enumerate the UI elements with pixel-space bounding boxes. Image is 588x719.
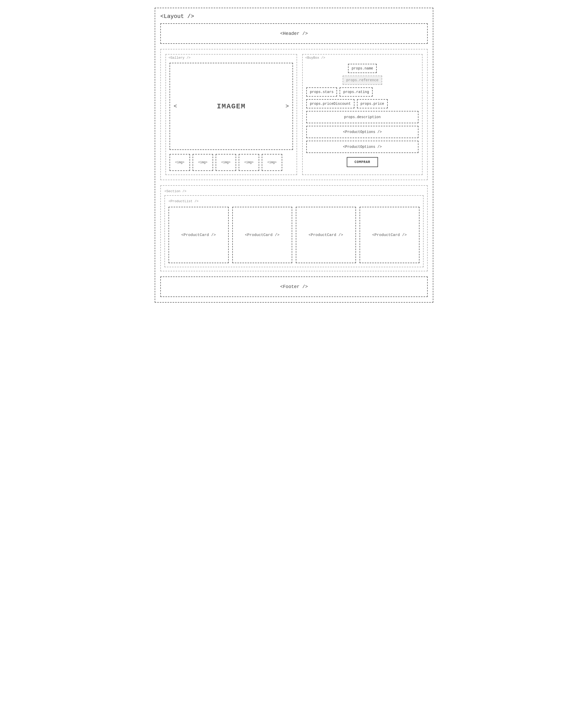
product-area: <Gallery /> < IMAGEM > <img> <img> <img>… <box>160 49 428 180</box>
thumbnail-4[interactable]: <img> <box>239 154 259 171</box>
buybox-reference: props.reference <box>343 76 382 85</box>
thumbnail-2[interactable]: <img> <box>193 154 213 171</box>
gallery-label: <Gallery /> <box>169 56 191 60</box>
buybox-inner: props.name props.reference props.stars p… <box>306 64 418 167</box>
gallery-arrow-left[interactable]: < <box>174 103 177 110</box>
header-section: <Header /> <box>160 23 428 44</box>
layout-container: <Layout /> <Header /> <Gallery /> < IMAG… <box>155 8 433 303</box>
buybox-stars-row: props.stars props.rating <box>306 87 418 97</box>
gallery-main-image: < IMAGEM > <box>170 63 293 150</box>
product-card-3[interactable]: <ProductCard /> <box>296 207 356 263</box>
layout-title: <Layout /> <box>160 13 428 20</box>
gallery-arrow-right[interactable]: > <box>286 103 289 110</box>
buybox-description: props.description <box>306 111 418 123</box>
product-card-2[interactable]: <ProductCard /> <box>232 207 292 263</box>
buybox-product-options-2: <ProductOptions /> <box>306 141 418 153</box>
section-label: <Section /> <box>164 189 424 193</box>
buybox-price-row: props.priceDiscount props.price <box>306 99 418 108</box>
product-list-label: <ProductList /> <box>169 199 419 203</box>
buybox-label: <BuyBox /> <box>305 56 325 60</box>
product-cards-row: <ProductCard /> <ProductCard /> <Product… <box>169 207 419 263</box>
buybox-section: <BuyBox /> props.name props.reference pr… <box>302 54 423 175</box>
header-label: <Header /> <box>280 31 308 36</box>
product-card-1[interactable]: <ProductCard /> <box>169 207 229 263</box>
section-area: <Section /> <ProductList /> <ProductCard… <box>160 185 428 271</box>
buybox-product-options-1: <ProductOptions /> <box>306 126 418 138</box>
footer-section: <Footer /> <box>160 276 428 297</box>
buy-button[interactable]: COMPRAR <box>347 157 378 167</box>
footer-label: <Footer /> <box>280 284 308 289</box>
buybox-stars: props.stars <box>306 87 337 97</box>
buybox-price: props.price <box>357 99 388 108</box>
gallery-thumbnails: <img> <img> <img> <img> <img> <box>170 154 293 171</box>
buybox-rating: props.rating <box>340 87 373 97</box>
gallery-section: <Gallery /> < IMAGEM > <img> <img> <img>… <box>165 54 297 175</box>
buybox-name: props.name <box>348 64 377 73</box>
gallery-image-text: IMAGEM <box>217 102 246 110</box>
product-card-4[interactable]: <ProductCard /> <box>360 207 420 263</box>
buybox-price-discount: props.priceDiscount <box>306 99 354 108</box>
thumbnail-3[interactable]: <img> <box>216 154 236 171</box>
product-list-area: <ProductList /> <ProductCard /> <Product… <box>164 195 424 267</box>
thumbnail-5[interactable]: <img> <box>262 154 282 171</box>
thumbnail-1[interactable]: <img> <box>170 154 190 171</box>
